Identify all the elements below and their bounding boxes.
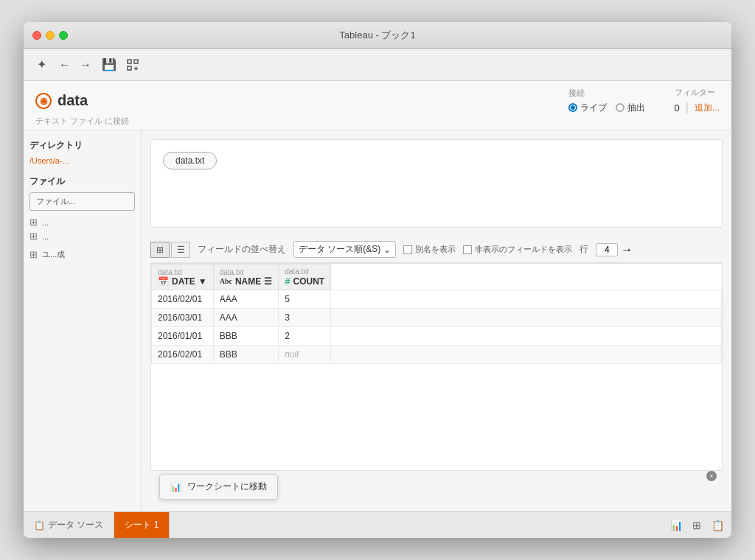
cell-empty-3 — [331, 327, 722, 346]
cell-date-3: 2016/01/01 — [152, 327, 214, 346]
tooltip-box: 📊 ワークシートに移動 — [159, 474, 278, 500]
cell-count-4: null — [279, 346, 331, 364]
sidebar-item-1[interactable]: ⊞ ... — [29, 217, 135, 228]
file-tag[interactable]: data.txt — [163, 152, 217, 169]
new-dashboard-button[interactable]: ⊞ — [689, 517, 705, 533]
header: ◉ data 接続 ライブ 抽出 — [24, 81, 731, 130]
hidden-checkbox-box — [463, 245, 472, 254]
column-header-name: data.txt Abc NAME ☰ — [213, 265, 279, 290]
table-row: 2016/02/01 BBB null — [152, 346, 722, 364]
back-button[interactable]: ← — [56, 56, 74, 74]
cell-empty-4 — [331, 346, 722, 364]
save-button[interactable]: 💾 — [100, 56, 118, 74]
minimize-button[interactable] — [46, 31, 55, 40]
file-browse-button[interactable]: ファイル... — [29, 192, 135, 211]
file-section-title: ファイル — [29, 175, 135, 188]
sidebar-item-label-1: ... — [42, 218, 49, 227]
directory-path[interactable]: /Users/a-... — [29, 156, 135, 165]
directory-section-title: ディレクトリ — [29, 139, 135, 152]
column-header-count: data.txt # COUNT — [279, 265, 331, 290]
hidden-label: 非表示のフィールドを表示 — [475, 244, 572, 255]
count-source-label: data.txt — [285, 267, 324, 276]
svg-rect-2 — [128, 66, 131, 70]
connection-label: 接続 — [568, 88, 585, 99]
row-count-arrow[interactable]: → — [621, 243, 633, 256]
row-count-input[interactable]: 4 — [596, 243, 618, 256]
datasource-icon: ◉ — [35, 93, 52, 109]
forward-button[interactable]: → — [77, 56, 94, 74]
cell-name-1: AAA — [213, 290, 279, 309]
date-sort-icon[interactable]: ▼ — [198, 276, 207, 287]
live-radio-dot — [568, 103, 577, 112]
tooltip-close-button[interactable]: × — [706, 471, 717, 481]
tab-datasource[interactable]: 📋 データ ソース — [24, 512, 114, 538]
datasource-title: data — [58, 92, 88, 109]
alias-checkbox[interactable]: 別名を表示 — [403, 244, 456, 255]
settings-button[interactable] — [124, 56, 142, 74]
name-source-label: data.txt — [220, 268, 273, 276]
window-title: Tableau - ブック1 — [339, 29, 415, 42]
table-header-row: data.txt 📅 DATE ▼ — [152, 265, 722, 290]
cell-count-1: 5 — [279, 290, 331, 309]
cell-count-3: 2 — [279, 327, 331, 346]
cell-name-4: BBB — [213, 346, 279, 364]
extract-radio-dot — [616, 103, 624, 112]
count-col-name: COUNT — [293, 276, 324, 287]
cell-count-2: 3 — [279, 309, 331, 327]
sidebar-item-2[interactable]: ⊞ ... — [29, 231, 135, 242]
table-body: 2016/02/01 AAA 5 2016/03/01 AAA 3 — [152, 290, 722, 364]
live-label: ライブ — [580, 102, 607, 114]
toolbar: ✦ ← → 💾 — [24, 49, 731, 81]
filter-label: フィルター — [675, 87, 715, 98]
grid-icon[interactable]: ✦ — [32, 56, 50, 74]
sort-dropdown[interactable]: データ ソース順(&S) ⌄ — [293, 241, 396, 258]
table-row: 2016/02/01 AAA 5 — [152, 290, 722, 309]
cell-date-1: 2016/02/01 — [152, 290, 214, 309]
traffic-lights — [32, 31, 68, 40]
chart-icon: 📊 — [170, 482, 181, 492]
svg-rect-1 — [134, 60, 138, 63]
date-type-icon: 📅 — [158, 276, 169, 287]
sheet1-tab-label: シート 1 — [125, 519, 159, 531]
tab-sheet1[interactable]: シート 1 — [114, 512, 170, 538]
extract-label: 抽出 — [627, 102, 645, 114]
data-table-wrapper: data.txt 📅 DATE ▼ — [150, 263, 723, 471]
datasource-name-area: ◉ data — [35, 92, 88, 109]
tooltip-label[interactable]: ワークシートに移動 — [187, 480, 267, 493]
sidebar-item-3[interactable]: ⊞ ユ...成 — [29, 249, 135, 260]
new-worksheet-button[interactable]: 📊 — [668, 517, 684, 533]
data-preview: ⊞ ☰ フィールドの並べ替え データ ソース順(&S) ⌄ 別名を表示 非表 — [142, 237, 731, 511]
maximize-button[interactable] — [59, 31, 68, 40]
filter-row: 0 | 追加... — [675, 101, 720, 114]
date-col-name: DATE — [172, 276, 195, 287]
sidebar: ディレクトリ /Users/a-... ファイル ファイル... ⊞ ... ⊞… — [24, 130, 142, 511]
sort-label: フィールドの並べ替え — [198, 243, 286, 256]
svg-rect-0 — [128, 60, 131, 63]
name-type-icon: Abc — [220, 277, 232, 285]
grid-view-button[interactable]: ⊞ — [150, 242, 170, 258]
table-icon-3: ⊞ — [29, 249, 38, 260]
datasource-tab-label: データ ソース — [48, 519, 103, 531]
filter-add-button[interactable]: 追加... — [695, 102, 720, 114]
cell-name-3: BBB — [213, 327, 279, 346]
header-top: ◉ data 接続 ライブ 抽出 — [35, 87, 720, 114]
file-drop-area: data.txt — [150, 139, 723, 228]
cell-date-2: 2016/03/01 — [152, 309, 214, 327]
sidebar-item-label-2: ... — [42, 232, 49, 241]
new-story-button[interactable]: 📋 — [709, 517, 726, 533]
null-value: null — [285, 349, 299, 360]
extract-radio[interactable]: 抽出 — [616, 102, 645, 114]
cell-empty-1 — [331, 290, 722, 309]
preview-toolbar: ⊞ ☰ フィールドの並べ替え データ ソース順(&S) ⌄ 別名を表示 非表 — [150, 237, 723, 263]
hidden-checkbox[interactable]: 非表示のフィールドを表示 — [463, 244, 572, 255]
view-toggle: ⊞ ☰ — [150, 242, 190, 258]
close-button[interactable] — [32, 31, 41, 40]
name-sort-icon[interactable]: ☰ — [264, 276, 272, 287]
filter-section: フィルター 0 | 追加... — [675, 87, 720, 114]
connection-section: 接続 ライブ 抽出 — [568, 88, 645, 114]
list-view-button[interactable]: ☰ — [171, 242, 190, 258]
nav-buttons: ← → — [56, 56, 94, 74]
live-radio[interactable]: ライブ — [568, 102, 607, 114]
main-window: Tableau - ブック1 ✦ ← → 💾 ◉ data — [24, 22, 731, 538]
table-icon-1: ⊞ — [29, 217, 38, 228]
